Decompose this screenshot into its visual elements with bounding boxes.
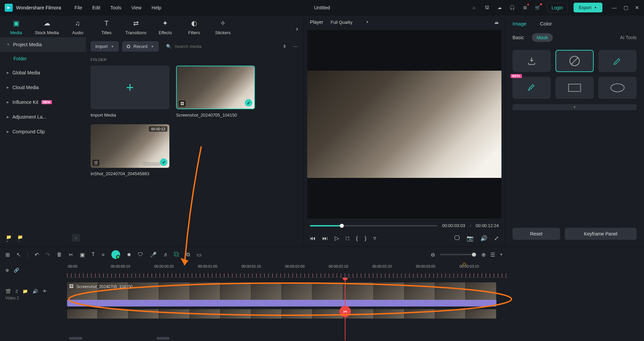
tab-filters[interactable]: ◐Filters	[184, 19, 204, 35]
more-icon[interactable]: ⋯	[291, 43, 299, 50]
render-icon[interactable]: ⿻	[174, 252, 179, 258]
tab-stickers[interactable]: ✧Stickers	[213, 19, 233, 35]
undo-icon[interactable]: ↶	[35, 252, 39, 258]
stop-icon[interactable]: □	[346, 235, 349, 242]
track-folder-icon[interactable]: 📁	[22, 289, 28, 294]
aspect-icon[interactable]: ▭	[197, 252, 202, 258]
preview-viewport[interactable]	[307, 30, 501, 218]
more-tools-icon[interactable]: »	[102, 252, 105, 258]
prev-frame-icon[interactable]: ⏮	[310, 235, 316, 242]
import-dropdown[interactable]: Import▼	[91, 41, 119, 52]
track-mute-icon[interactable]: 🔊	[33, 289, 38, 294]
zoom-in-icon[interactable]: ⊕	[481, 252, 486, 258]
search-input[interactable]	[175, 44, 273, 49]
tab-media[interactable]: ▣Media	[6, 19, 26, 35]
quality-dropdown[interactable]: Full Quality▼	[331, 20, 369, 25]
tab-effects[interactable]: ✦Effects	[155, 19, 175, 35]
volume-icon[interactable]: 🔊	[480, 235, 487, 242]
timeline-grid-icon[interactable]: ⊞	[5, 252, 10, 258]
sidebar-project-media[interactable]: ▼Project Media	[0, 37, 86, 52]
color-tool-icon[interactable]: ✸	[127, 252, 131, 258]
menu-edit[interactable]: Edit	[92, 5, 100, 10]
maximize-icon[interactable]: ▢	[624, 5, 628, 11]
tab-image[interactable]: Image	[513, 21, 527, 26]
keyframe-panel-button[interactable]: Keyframe Panel	[565, 228, 637, 240]
timeline-clip-2[interactable]	[67, 309, 496, 319]
audio-tool-icon[interactable]: ♬	[163, 252, 167, 258]
play-icon[interactable]: ▷	[335, 235, 339, 242]
mark-out-icon[interactable]: }	[365, 235, 367, 242]
mask-rectangle[interactable]	[555, 77, 594, 99]
playhead-scissor-icon[interactable]: ✂	[339, 306, 351, 317]
device-icon[interactable]: ⌂	[471, 4, 477, 11]
auto-reframe-icon[interactable]: ⧉	[186, 252, 190, 258]
progress-slider[interactable]	[310, 225, 437, 226]
view-mode-dropdown-icon[interactable]: ▼	[500, 253, 503, 256]
collapse-sidebar-icon[interactable]: ‹	[72, 234, 80, 242]
fullscreen-icon[interactable]: ⤢	[494, 235, 499, 242]
mask-ellipse[interactable]	[598, 77, 637, 99]
zoom-handle[interactable]	[472, 253, 476, 257]
subtab-mask[interactable]: Mask	[532, 33, 552, 42]
sidebar-influence-kit[interactable]: ▶Influence KitNEW	[0, 95, 86, 110]
mask-pen[interactable]	[598, 50, 637, 72]
mask-brush[interactable]: BETA	[513, 77, 551, 99]
track-video-icon[interactable]: 🎬	[5, 289, 11, 294]
ai-avatar-icon[interactable]	[111, 250, 120, 259]
delete-folder-icon[interactable]: 📁⁻	[17, 234, 24, 241]
minimize-icon[interactable]: —	[612, 5, 617, 11]
timeline-clip[interactable]: 🖼 Screenshot_20240705_104150	[67, 282, 496, 300]
mic-icon[interactable]: 🎤	[150, 252, 157, 258]
menu-tools[interactable]: Tools	[110, 5, 121, 10]
display-icon[interactable]: 🖵	[454, 235, 460, 242]
subtab-ai-tools[interactable]: AI Tools	[620, 35, 637, 40]
tab-audio[interactable]: ♫Audio	[68, 19, 88, 35]
cursor-mode-icon[interactable]: ↖	[16, 252, 21, 258]
menu-file[interactable]: File	[74, 5, 82, 10]
record-dropdown[interactable]: Record▼	[122, 41, 159, 52]
text-icon[interactable]: T	[92, 252, 95, 258]
login-button[interactable]: Login	[547, 3, 567, 13]
sidebar-global-media[interactable]: ▶Global Media	[0, 65, 86, 80]
sidebar-folder[interactable]: Folder	[0, 52, 86, 65]
zoom-out-icon[interactable]: ⊖	[431, 252, 435, 258]
close-icon[interactable]: ✕	[635, 5, 639, 11]
mark-in-icon[interactable]: {	[356, 235, 358, 242]
track-visibility-icon[interactable]: 👁	[43, 289, 47, 294]
next-frame-icon[interactable]: ⏭	[322, 235, 328, 242]
mask-none[interactable]	[555, 50, 594, 72]
delete-icon[interactable]: 🗑	[57, 252, 62, 258]
mask-expand-toggle[interactable]: ▼	[513, 104, 637, 110]
clip-audio-bar[interactable]	[67, 300, 496, 306]
view-mode-icon[interactable]: ☰	[490, 252, 495, 258]
tabs-next-icon[interactable]: ›	[296, 25, 298, 32]
headset-icon[interactable]: 🎧	[509, 4, 516, 11]
reset-button[interactable]: Reset	[513, 228, 560, 240]
media-clip-screenshot[interactable]: 🖼 ✓	[176, 66, 255, 109]
sidebar-adjustment-layer[interactable]: ▶Adjustment La...	[0, 110, 86, 124]
mask-import[interactable]	[513, 50, 551, 72]
tab-stock-media[interactable]: ☁Stock Media	[35, 19, 59, 35]
playhead[interactable]: ✂	[345, 278, 345, 340]
sidebar-cloud-media[interactable]: ▶Cloud Media	[0, 80, 86, 95]
sidebar-compound-clip[interactable]: ▶Compound Clip	[0, 124, 86, 139]
zoom-slider[interactable]	[440, 254, 477, 255]
marker-icon[interactable]: 🛡	[138, 252, 143, 258]
redo-icon[interactable]: ↷	[46, 252, 50, 258]
filter-icon[interactable]: ⚱	[281, 43, 288, 50]
import-media-tile[interactable]: +	[91, 66, 169, 109]
tab-transitions[interactable]: ⇄Transitions	[125, 19, 147, 35]
cloud-icon[interactable]: ☁	[496, 4, 503, 11]
link-tracks-icon[interactable]: 🔗	[14, 268, 19, 273]
crop-icon[interactable]: ▣	[80, 252, 85, 258]
search-media[interactable]: 🔍	[162, 41, 277, 52]
menu-view[interactable]: View	[131, 5, 142, 10]
marker-dropdown-icon[interactable]: ▿	[373, 235, 376, 242]
split-icon[interactable]: ✂	[69, 252, 73, 258]
add-track-icon[interactable]: ⊕	[5, 268, 9, 273]
plugins-icon[interactable]: ⊞	[522, 4, 528, 11]
media-clip-inshot[interactable]: 00:00:12 🎬 Watermark ✓	[91, 124, 169, 168]
cart-icon[interactable]: 🛒	[534, 4, 541, 11]
export-button[interactable]: Export▼	[574, 3, 603, 12]
subtab-basic[interactable]: Basic	[513, 35, 524, 40]
